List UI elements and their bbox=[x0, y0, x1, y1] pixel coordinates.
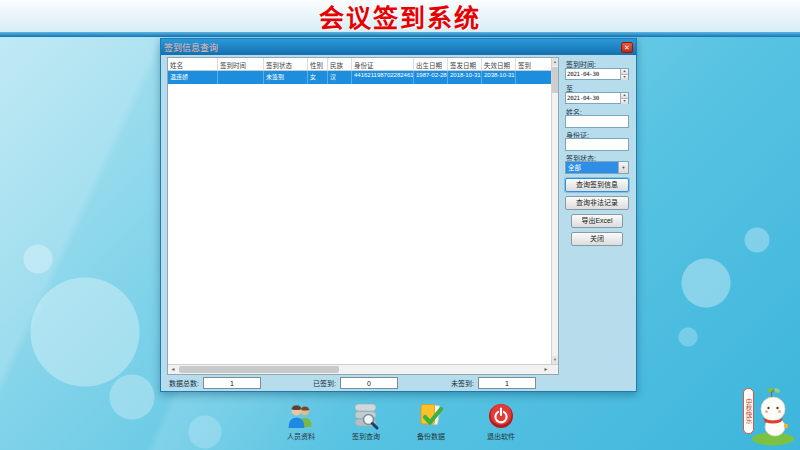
dock-label: 签到查询 bbox=[337, 431, 395, 441]
stats-bar: 数据总数: 1 已签到: 0 未签到: 1 bbox=[167, 377, 559, 391]
horizontal-scrollbar[interactable]: ◄ ► bbox=[168, 364, 558, 374]
power-icon bbox=[487, 402, 515, 430]
query-panel: 签到时间: 2021-04-30 00:00:00 ▲▼ 至 2021-04-3… bbox=[565, 55, 632, 391]
signed-count-label: 已签到: bbox=[313, 378, 336, 388]
grid-selected-row[interactable]: 温连娇未签到女汉4416211987022824611987-02-282018… bbox=[168, 71, 551, 84]
mascot-decoration: 中秋快乐 bbox=[735, 382, 798, 450]
horizontal-scroll-thumb[interactable] bbox=[179, 366, 339, 373]
grid-cell-6[interactable]: 1987-02-28 bbox=[414, 71, 448, 84]
grid-cell-0[interactable]: 温连娇 bbox=[168, 71, 218, 84]
spinner-down-icon[interactable]: ▼ bbox=[621, 98, 628, 104]
signin-query-window: 签到信息查询 ✕ 姓名签到时间签到状态性别民族身份证出生日期签发日期失效日期签到… bbox=[160, 38, 637, 392]
dock-item-personnel[interactable]: 人员资料 bbox=[272, 402, 330, 441]
grid-viewport: 姓名签到时间签到状态性别民族身份证出生日期签发日期失效日期签到 温连娇未签到女汉… bbox=[168, 58, 551, 364]
dock-label: 退出软件 bbox=[472, 431, 530, 441]
grid-cell-8[interactable]: 2038-10-31 bbox=[482, 71, 516, 84]
idcard-input[interactable] bbox=[565, 138, 629, 151]
vertical-scrollbar[interactable]: ▲ ▼ bbox=[551, 58, 558, 364]
column-header-4[interactable]: 民族 bbox=[328, 58, 352, 71]
time-to-picker[interactable]: 2021-04-30 23:59:59 ▲▼ bbox=[565, 92, 629, 104]
grid-cell-5[interactable]: 441621198702282461 bbox=[352, 71, 414, 84]
spinner-down-icon[interactable]: ▼ bbox=[621, 74, 628, 80]
app-banner: 会议签到系统 bbox=[0, 0, 800, 32]
screen: 会议签到系统 签到信息查询 ✕ 姓名签到时间签到状态性别民族身份证出生日期签发日… bbox=[0, 0, 800, 450]
time-from-picker[interactable]: 2021-04-30 00:00:00 ▲▼ bbox=[565, 68, 629, 80]
backup-data-icon bbox=[417, 402, 445, 430]
name-input[interactable] bbox=[565, 115, 629, 128]
grid-cell-9[interactable] bbox=[516, 71, 551, 84]
grid-cell-2[interactable]: 未签到 bbox=[264, 71, 308, 84]
status-dropdown[interactable]: 全部 ▼ bbox=[565, 161, 629, 174]
close-button[interactable]: 关闭 bbox=[571, 232, 623, 246]
database-search-icon bbox=[352, 402, 380, 430]
total-count-label: 数据总数: bbox=[169, 378, 199, 388]
time-to-spinner[interactable]: ▲▼ bbox=[620, 93, 628, 103]
signin-table: 姓名签到时间签到状态性别民族身份证出生日期签发日期失效日期签到 温连娇未签到女汉… bbox=[167, 57, 559, 375]
desktop-wallpaper: 签到信息查询 ✕ 姓名签到时间签到状态性别民族身份证出生日期签发日期失效日期签到… bbox=[0, 37, 800, 450]
scroll-down-icon[interactable]: ▼ bbox=[552, 356, 558, 364]
window-client: 姓名签到时间签到状态性别民族身份证出生日期签发日期失效日期签到 温连娇未签到女汉… bbox=[161, 55, 636, 391]
close-icon[interactable]: ✕ bbox=[621, 42, 633, 53]
grid-cell-7[interactable]: 2018-10-31 bbox=[448, 71, 482, 84]
time-from-spinner[interactable]: ▲▼ bbox=[620, 69, 628, 79]
dock-item-backup[interactable]: 备份数据 bbox=[402, 402, 460, 441]
total-count-value: 1 bbox=[203, 377, 261, 389]
window-title: 签到信息查询 bbox=[164, 41, 218, 54]
query-signin-button[interactable]: 查询签到信息 bbox=[565, 178, 629, 192]
scroll-right-icon[interactable]: ► bbox=[541, 365, 551, 374]
window-titlebar[interactable]: 签到信息查询 ✕ bbox=[161, 39, 636, 55]
scroll-up-icon[interactable]: ▲ bbox=[552, 58, 558, 66]
grid-header-row: 姓名签到时间签到状态性别民族身份证出生日期签发日期失效日期签到 bbox=[168, 58, 551, 71]
mascot-banner: 中秋快乐 bbox=[743, 388, 754, 434]
status-selected-value: 全部 bbox=[566, 162, 618, 173]
dock-label: 备份数据 bbox=[402, 431, 460, 441]
column-header-9[interactable]: 签到 bbox=[516, 58, 551, 71]
column-header-1[interactable]: 签到时间 bbox=[218, 58, 264, 71]
dock-label: 人员资料 bbox=[272, 431, 330, 441]
query-illegal-records-button[interactable]: 查询非法记录 bbox=[565, 196, 629, 210]
column-header-0[interactable]: 姓名 bbox=[168, 58, 218, 71]
column-header-7[interactable]: 签发日期 bbox=[448, 58, 482, 71]
column-header-3[interactable]: 性别 bbox=[308, 58, 328, 71]
unsigned-count-value: 1 bbox=[478, 377, 536, 389]
time-to-value: 2021-04-30 23:59:59 bbox=[566, 93, 620, 103]
column-header-6[interactable]: 出生日期 bbox=[414, 58, 448, 71]
vertical-scroll-thumb[interactable] bbox=[552, 67, 558, 93]
column-header-5[interactable]: 身份证 bbox=[352, 58, 414, 71]
dock-item-signin-query[interactable]: 签到查询 bbox=[337, 402, 395, 441]
column-header-8[interactable]: 失效日期 bbox=[482, 58, 516, 71]
app-title: 会议签到系统 bbox=[319, 0, 481, 34]
time-from-value: 2021-04-30 00:00:00 bbox=[566, 69, 620, 79]
column-header-2[interactable]: 签到状态 bbox=[264, 58, 308, 71]
grid-cell-3[interactable]: 女 bbox=[308, 71, 328, 84]
export-excel-button[interactable]: 导出Excel bbox=[571, 214, 623, 228]
dock-item-exit[interactable]: 退出软件 bbox=[472, 402, 530, 441]
people-icon bbox=[287, 402, 315, 430]
grid-cell-4[interactable]: 汉 bbox=[328, 71, 352, 84]
unsigned-count-label: 未签到: bbox=[451, 378, 474, 388]
scroll-left-icon[interactable]: ◄ bbox=[168, 365, 178, 374]
grid-cell-1[interactable] bbox=[218, 71, 264, 84]
signed-count-value: 0 bbox=[340, 377, 398, 389]
chevron-down-icon[interactable]: ▼ bbox=[618, 162, 628, 173]
